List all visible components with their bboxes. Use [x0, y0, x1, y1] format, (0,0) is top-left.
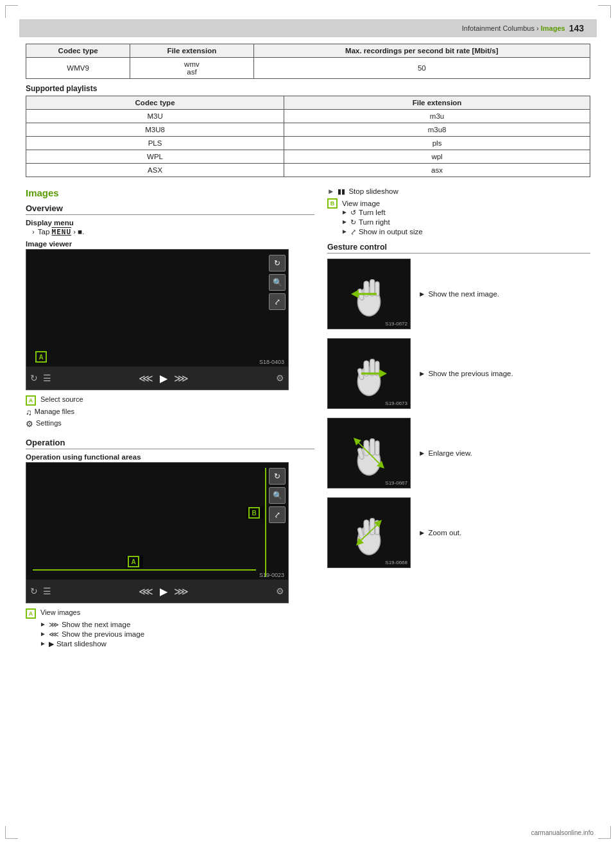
- view-images-item: A View images: [26, 608, 314, 619]
- table-row: ASXasx: [26, 164, 590, 177]
- list-icon[interactable]: ☰: [43, 373, 51, 383]
- bullet-arrow-3: ►: [40, 640, 46, 647]
- gesture-img-3: S19-0667: [327, 418, 411, 488]
- overview-heading: Overview: [26, 203, 314, 215]
- viewer-bottom-bar: ↻ ☰ ⋘ ▶ ⋙ ⚙: [26, 366, 288, 390]
- turn-left-label: Turn left: [359, 209, 386, 216]
- turn-right-bullet: ► ↻ Turn right: [341, 218, 590, 227]
- bullet-arrow-1: ►: [40, 621, 46, 628]
- viewer-nav-buttons: ⋘ ▶ ⋙: [139, 372, 189, 384]
- corner-mark-br: [598, 826, 611, 839]
- output-size-arrow: ►: [341, 228, 348, 235]
- settings-label: Settings: [36, 419, 62, 427]
- gesture-desc-4: ► Zoom out.: [418, 529, 461, 537]
- play-button[interactable]: ▶: [160, 372, 167, 384]
- op-nav-buttons: ⋘ ▶ ⋙: [139, 585, 189, 598]
- gesture-text-3: Enlarge view.: [428, 449, 472, 457]
- start-slideshow-label: Start slideshow: [56, 640, 107, 648]
- settings-item: ⚙ Settings: [26, 419, 314, 429]
- svg-rect-17: [375, 441, 379, 455]
- turn-right-label: Turn right: [359, 218, 390, 226]
- playlist-col-codec: Codec type: [26, 96, 284, 110]
- gesture-stamp-4: S19-0668: [385, 560, 407, 565]
- show-next-bullet: ► ⋙ Show the next image: [40, 621, 314, 629]
- next-next-button[interactable]: ⋙: [174, 372, 189, 384]
- show-next-label: Show the next image: [62, 621, 130, 628]
- op-prev-prev-button[interactable]: ⋘: [139, 585, 153, 598]
- page-number: 143: [569, 23, 584, 33]
- gesture-arrow-1: ►: [418, 290, 425, 298]
- gesture-section: Gesture control: [327, 243, 590, 568]
- operation-viewer-box: ↻ 🔍 ⤤ A B: [26, 462, 289, 603]
- corner-mark-bl: [5, 826, 18, 839]
- op-rotate-button[interactable]: ↻: [269, 468, 286, 485]
- col-header-ext: File extension: [130, 44, 253, 58]
- label-b-inline: B: [327, 198, 338, 209]
- arrow-icon: ›: [32, 228, 35, 236]
- op-fit-button[interactable]: ⤤: [269, 506, 286, 523]
- op-viewer-bottom-bar: ↻ ☰ ⋘ ▶ ⋙ ⚙: [26, 580, 288, 603]
- viewer-side-buttons: ↻ 🔍 ⤤: [269, 255, 286, 310]
- fit-button[interactable]: ⤤: [269, 293, 286, 310]
- op-next-next-button[interactable]: ⋙: [174, 585, 189, 598]
- zoom-button[interactable]: 🔍: [269, 274, 286, 291]
- prev-icon-sym: ⋘: [49, 630, 59, 639]
- label-a-op-inline: A: [26, 608, 36, 619]
- refresh-icon[interactable]: ↻: [30, 373, 38, 383]
- svg-rect-15: [364, 440, 369, 456]
- slideshow-icon-sym: ▶: [49, 640, 54, 648]
- ext-wmv: wmvasf: [130, 58, 253, 79]
- rotate-button[interactable]: ↻: [269, 255, 286, 271]
- op-refresh-icon[interactable]: ↻: [30, 586, 38, 596]
- pl-wpl: WPL: [26, 150, 284, 164]
- op-list-icon[interactable]: ☰: [43, 586, 51, 596]
- gesture-text-4: Zoom out.: [428, 529, 461, 537]
- gesture-row-4: S19-0668 ► Zoom out.: [327, 497, 590, 568]
- gesture-desc-3: ► Enlarge view.: [418, 449, 472, 457]
- gesture-img-4: S19-0668: [327, 497, 411, 568]
- show-prev-label: Show the previous image: [62, 630, 144, 638]
- grid-icon: ■: [78, 228, 82, 236]
- manage-files-label: Manage files: [35, 408, 74, 415]
- stop-arrow-icon: ►: [327, 187, 334, 195]
- right-column: ► ▮▮ Stop slideshow B View image ► ↺ Tur…: [327, 187, 590, 650]
- col-header-codec: Codec type: [26, 44, 130, 58]
- settings-gear-icon: ⚙: [26, 419, 33, 429]
- gesture-svg-4: [343, 507, 395, 558]
- resize-icon: ⤤: [350, 228, 356, 236]
- gesture-stamp-2: S19-0673: [385, 400, 407, 406]
- prev-prev-button[interactable]: ⋘: [139, 372, 153, 384]
- playlists-title: Supported playlists: [26, 84, 590, 93]
- op-play-button[interactable]: ▶: [160, 585, 167, 598]
- breadcrumb: Infotainment Columbus › Images: [462, 24, 565, 32]
- header-bar: Infotainment Columbus › Images 143: [19, 19, 597, 37]
- stop-icon-sym: ▮▮: [338, 187, 345, 196]
- gesture-img-2: S19-0673: [327, 338, 411, 409]
- bullet-arrow-2: ►: [40, 630, 46, 637]
- gesture-row-1: S19-0672 ► Show the next image.: [327, 259, 590, 329]
- op-viewer-stamp: S19-0023: [259, 572, 284, 578]
- svg-marker-12: [379, 370, 387, 378]
- gesture-svg-2: [343, 348, 395, 399]
- table-row: WPLwpl: [26, 150, 590, 164]
- gear-icon[interactable]: ⚙: [276, 373, 284, 383]
- codec-table: Codec type File extension Max. recording…: [26, 44, 590, 79]
- gesture-arrow-3: ►: [418, 449, 425, 457]
- playlist-col-ext: File extension: [284, 96, 590, 110]
- svg-marker-5: [351, 290, 359, 298]
- gesture-arrow-2: ►: [418, 370, 425, 377]
- label-a-inline: A: [26, 395, 36, 406]
- watermark: carmanualsonline.info: [531, 829, 594, 836]
- turn-right-arrow: ►: [341, 218, 348, 225]
- main-content: Codec type File extension Max. recording…: [19, 37, 597, 656]
- op-gear-icon[interactable]: ⚙: [276, 586, 284, 596]
- op-zoom-button[interactable]: 🔍: [269, 487, 286, 504]
- gesture-svg-1: [343, 268, 395, 320]
- op-label-b-box: B: [248, 507, 260, 519]
- operation-section: Operation Operation using functional are…: [26, 438, 314, 648]
- gesture-stamp-3: S19-0667: [385, 480, 407, 486]
- op-side-buttons: ↻ 🔍 ⤤: [269, 468, 286, 523]
- rotate-left-icon: ↺: [350, 209, 356, 217]
- select-source-label: Select source: [40, 395, 83, 403]
- select-source-item: A Select source: [26, 395, 314, 406]
